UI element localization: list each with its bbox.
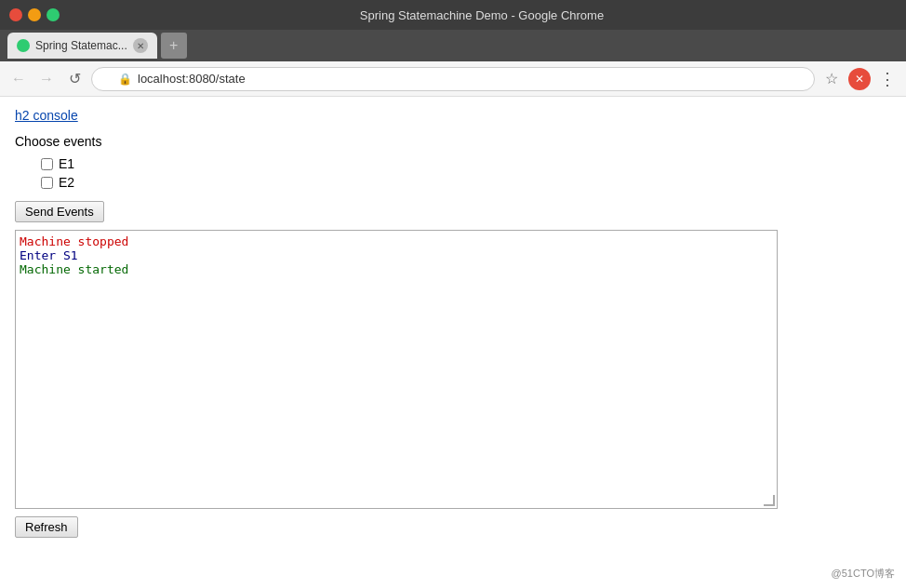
e2-label: E2 — [59, 175, 74, 190]
log-line-1: Machine stopped — [20, 234, 773, 248]
back-button[interactable]: ← — [7, 68, 30, 90]
url-bar[interactable]: 🔒 localhost:8080/state — [91, 67, 815, 91]
list-item: E1 — [41, 156, 891, 171]
h2-console-link[interactable]: h2 console — [15, 108, 78, 123]
tab-label: Spring Statemac... — [35, 39, 127, 52]
window-title: Spring Statemachine Demo - Google Chrome — [67, 8, 897, 22]
refresh-nav-button[interactable]: ↺ — [63, 68, 86, 90]
events-list: E1 E2 — [15, 156, 891, 190]
page-content: h2 console Choose events E1 E2 Send Even… — [0, 97, 906, 588]
log-line-2: Enter S1 — [20, 248, 773, 262]
lock-icon: 🔒 — [118, 73, 132, 86]
bookmark-icon[interactable]: ☆ — [820, 68, 843, 90]
refresh-button[interactable]: Refresh — [15, 516, 78, 538]
active-tab[interactable]: Spring Statemac... ✕ — [7, 33, 157, 59]
extension-icon[interactable]: ✕ — [848, 68, 871, 90]
tab-bar: Spring Statemac... ✕ + — [0, 30, 906, 61]
e1-checkbox[interactable] — [41, 158, 53, 170]
watermark: @51CTO博客 — [832, 567, 895, 581]
list-item: E2 — [41, 175, 891, 190]
send-events-button[interactable]: Send Events — [15, 201, 104, 222]
e1-label: E1 — [59, 156, 74, 171]
url-text: localhost:8080/state — [138, 72, 246, 86]
minimize-button[interactable] — [28, 8, 41, 21]
tab-favicon-icon — [17, 39, 30, 52]
forward-button[interactable]: → — [35, 68, 58, 90]
e2-checkbox[interactable] — [41, 177, 53, 189]
tab-close-icon[interactable]: ✕ — [133, 38, 148, 53]
new-tab-button[interactable]: + — [161, 33, 187, 59]
close-button[interactable] — [9, 8, 22, 21]
title-bar: Spring Statemachine Demo - Google Chrome — [0, 0, 906, 30]
menu-icon[interactable]: ⋮ — [876, 68, 899, 90]
maximize-button[interactable] — [47, 8, 60, 21]
log-line-3: Machine started — [20, 262, 773, 276]
choose-events-label: Choose events — [15, 134, 891, 149]
address-bar: ← → ↺ 🔒 localhost:8080/state ☆ ✕ ⋮ — [0, 61, 906, 97]
window-controls — [9, 8, 60, 21]
log-output-box: Machine stopped Enter S1 Machine started — [15, 230, 778, 509]
